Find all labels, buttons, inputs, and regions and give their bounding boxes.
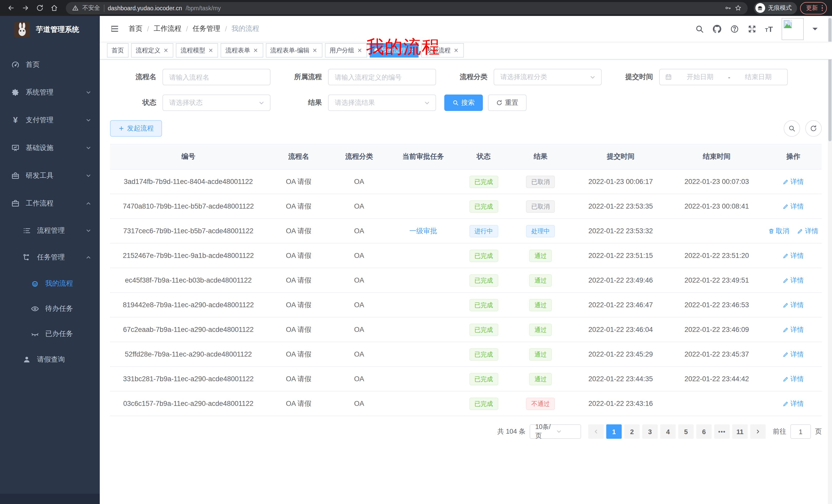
browser-menu-icon[interactable] (822, 5, 823, 11)
sidebar-item-system[interactable]: 系统管理 (0, 79, 100, 106)
bookmark-star-icon[interactable] (734, 5, 741, 11)
browser-update-button[interactable]: 更新 (800, 2, 827, 14)
close-icon[interactable]: ✕ (357, 47, 363, 54)
monitor-icon (10, 144, 21, 152)
sidebar-item-my-process[interactable]: 我的流程 (0, 271, 100, 296)
search-icon[interactable] (695, 24, 704, 33)
detail-link[interactable]: 详情 (783, 374, 804, 384)
page-button[interactable]: 3 (642, 424, 658, 439)
status-badge: 已完成 (469, 175, 498, 188)
page-button[interactable]: 11 (732, 424, 748, 439)
col-header-status: 状态 (459, 144, 509, 169)
status-select[interactable]: 请选择状态 (162, 94, 270, 111)
hamburger-icon[interactable] (107, 24, 122, 33)
search-button[interactable]: 搜索 (444, 94, 483, 111)
sidebar-item-leave-query[interactable]: 请假查询 (0, 346, 100, 373)
page-button[interactable]: 1 (606, 424, 622, 439)
result-select[interactable]: 请选择流结果 (328, 94, 436, 111)
detail-link[interactable]: 详情 (783, 177, 804, 186)
app-title: 芋道管理系统 (36, 25, 79, 34)
sidebar-item-task-mgmt[interactable]: 任务管理 (0, 244, 100, 271)
process-category-select[interactable]: 请选择流程分类 (494, 69, 602, 85)
result-badge: 通过 (529, 324, 552, 336)
detail-link[interactable]: 详情 (783, 276, 804, 285)
breadcrumb-home[interactable]: 首页 (129, 24, 142, 33)
browser-back-button[interactable] (5, 2, 17, 13)
github-icon[interactable] (712, 24, 721, 33)
breadcrumb-current: 我的流程 (232, 24, 259, 33)
close-icon[interactable]: ✕ (453, 47, 459, 54)
sidebar-item-pay[interactable]: ¥ 支付管理 (0, 106, 100, 134)
detail-link[interactable]: 详情 (783, 251, 804, 260)
process-definition-input[interactable] (328, 69, 436, 85)
dashboard-gauge-icon (10, 61, 21, 69)
process-name-input[interactable] (162, 69, 270, 85)
jump-page-input[interactable] (790, 424, 811, 439)
detail-link[interactable]: 详情 (783, 300, 804, 310)
status-badge: 已完成 (469, 274, 498, 286)
help-icon[interactable] (730, 24, 739, 33)
avatar[interactable] (782, 18, 804, 40)
show-search-toggle-button[interactable] (784, 120, 800, 137)
close-icon[interactable]: ✕ (312, 47, 317, 54)
more-pages-button[interactable]: ••• (714, 424, 730, 439)
browser-home-button[interactable] (48, 2, 60, 13)
page-size-select[interactable]: 10条/页 (530, 424, 581, 439)
sidebar-item-workflow[interactable]: 工作流程 (0, 190, 100, 217)
breadcrumb-workflow[interactable]: 工作流程 (154, 24, 182, 33)
browser-forward-button[interactable] (20, 2, 31, 13)
status-badge: 已完成 (469, 200, 498, 213)
font-size-icon[interactable]: TT (765, 25, 773, 33)
close-icon[interactable]: ✕ (253, 47, 258, 54)
refresh-button[interactable] (805, 120, 822, 137)
password-key-icon[interactable] (724, 5, 731, 11)
tab-user-group[interactable]: 用户分组✕ (325, 43, 367, 58)
sidebar-item-label: 支付管理 (26, 116, 53, 125)
sidebar-collapse-bar[interactable] (0, 494, 100, 504)
current-task-link[interactable]: 一级审批 (409, 227, 437, 234)
tab-process-form-edit[interactable]: 流程表单-编辑✕ (266, 43, 322, 58)
address-bar[interactable]: 不安全 dashboard.yudao.iocoder.cn/bpm/task/… (66, 2, 747, 14)
page-button[interactable]: 2 (624, 424, 640, 439)
reset-button[interactable]: 重置 (488, 94, 526, 111)
sidebar-item-home[interactable]: 首页 (0, 51, 100, 79)
security-label: 不安全 (82, 4, 100, 12)
prev-page-button[interactable] (588, 424, 604, 439)
detail-link[interactable]: 详情 (783, 202, 804, 211)
page-button[interactable]: 5 (678, 424, 694, 439)
status-badge: 已完成 (469, 299, 498, 311)
detail-link[interactable]: 详情 (797, 226, 818, 235)
avatar-dropdown-caret[interactable] (812, 28, 817, 33)
next-page-button[interactable] (750, 424, 766, 439)
sidebar-item-todo-task[interactable]: 待办任务 (0, 296, 100, 321)
col-header-submit-time: 提交时间 (573, 144, 669, 169)
cancel-link[interactable]: 取消 (768, 226, 789, 235)
create-process-button[interactable]: 发起流程 (110, 120, 162, 137)
app-logo-row[interactable]: 芋道管理系统 (0, 16, 100, 44)
tab-process-form[interactable]: 流程表单✕ (221, 43, 263, 58)
sidebar-menu: 首页 系统管理 ¥ 支付管理 (0, 51, 100, 373)
status-badge: 已完成 (469, 249, 498, 262)
status-badge: 已完成 (469, 373, 498, 385)
tab-home[interactable]: 首页 (107, 43, 129, 58)
detail-link[interactable]: 详情 (783, 325, 804, 334)
sidebar-item-devtools[interactable]: 研发工具 (0, 162, 100, 190)
fullscreen-icon[interactable] (747, 24, 756, 33)
filter-row-2: 状态 请选择状态 结果 请选择流结果 (110, 94, 822, 111)
browser-reload-button[interactable] (34, 2, 45, 13)
tab-process-definition[interactable]: 流程定义✕ (131, 43, 173, 58)
sidebar-item-infra[interactable]: 基础设施 (0, 134, 100, 162)
detail-link[interactable]: 详情 (783, 349, 804, 359)
submit-time-range-picker[interactable]: 开始日期 - 结束日期 (659, 69, 788, 85)
sidebar-item-process-mgmt[interactable]: 流程管理 (0, 217, 100, 244)
breadcrumb-task-mgmt[interactable]: 任务管理 (192, 24, 220, 33)
scrollbar-track[interactable] (828, 16, 832, 504)
close-icon[interactable]: ✕ (208, 47, 213, 54)
close-icon[interactable]: ✕ (163, 47, 169, 54)
detail-link[interactable]: 详情 (783, 399, 804, 408)
tab-process-model[interactable]: 流程模型✕ (176, 43, 218, 58)
sidebar-item-done-task[interactable]: 已办任务 (0, 321, 100, 346)
status-badge: 已完成 (469, 397, 498, 410)
page-button[interactable]: 6 (696, 424, 712, 439)
page-button[interactable]: 4 (660, 424, 676, 439)
